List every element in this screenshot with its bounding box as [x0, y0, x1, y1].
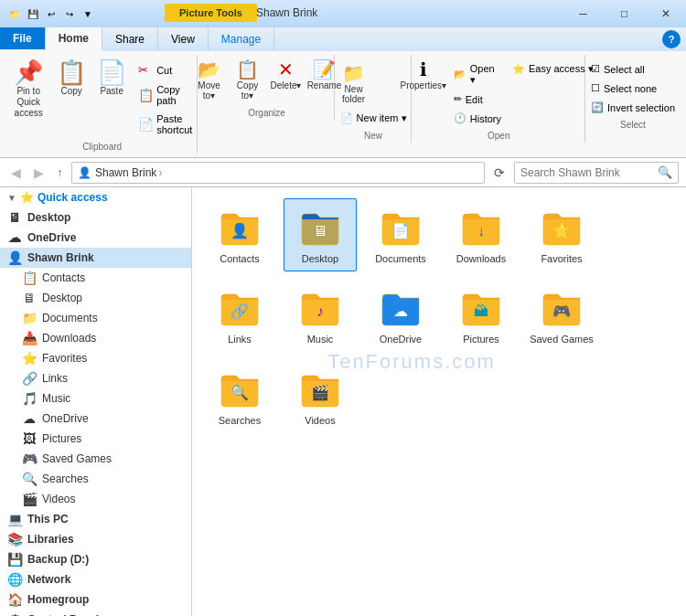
folder-icon-documents: 📄	[379, 205, 423, 249]
search-input[interactable]	[520, 166, 658, 179]
file-item-pictures[interactable]: 🏔 Pictures	[445, 279, 518, 352]
sidebar-item-libraries[interactable]: 📚Libraries	[0, 529, 191, 549]
tab-manage[interactable]: Manage	[209, 27, 274, 51]
edit-button[interactable]: ✏ Edit	[449, 90, 506, 108]
copy-path-label: Copy path	[156, 84, 192, 106]
file-label-searches: Searches	[219, 414, 261, 427]
tab-share[interactable]: Share	[102, 27, 158, 51]
sidebar-item-pictures[interactable]: 🖼Pictures	[0, 429, 191, 449]
undo-icon[interactable]: ↩	[44, 6, 59, 21]
back-button[interactable]: ◀	[7, 164, 25, 182]
sidebar-item-onedrive[interactable]: ☁OneDrive	[0, 228, 191, 248]
select-all-button[interactable]: ☑ Select all	[586, 60, 680, 78]
picture-tools-tab[interactable]: Picture Tools	[165, 4, 257, 22]
sidebar-item-savedgames[interactable]: 🎮Saved Games	[0, 449, 191, 469]
sidebar-item-music[interactable]: 🎵Music	[0, 388, 191, 409]
tab-file[interactable]: File	[0, 27, 46, 51]
sidebar-item-homegroup[interactable]: 🏠Homegroup	[0, 589, 191, 610]
sidebar-label-thispc: This PC	[27, 513, 69, 526]
copy-to-button[interactable]: 📋 Copyto▾	[230, 57, 266, 104]
tab-home[interactable]: Home	[46, 27, 102, 51]
help-button[interactable]: ?	[662, 30, 681, 48]
tab-view[interactable]: View	[158, 27, 209, 51]
cut-button[interactable]: ✂ Cut	[134, 60, 197, 80]
file-label-pictures: Pictures	[463, 333, 499, 345]
sidebar-item-controlpanel[interactable]: ⚙Control Panel	[0, 610, 191, 616]
maximize-button[interactable]: □	[604, 0, 645, 27]
select-none-button[interactable]: ☐ Select none	[586, 80, 680, 97]
invert-selection-button[interactable]: 🔄 Invert selection	[586, 99, 680, 116]
file-item-videos[interactable]: 🎬 Videos	[284, 360, 357, 433]
new-folder-button[interactable]: 📁 Newfolder	[336, 60, 372, 108]
sidebar-item-videos[interactable]: 🎬Videos	[0, 489, 191, 509]
file-item-favorites[interactable]: ⭐ Favorites	[525, 198, 598, 271]
select-all-label: Select all	[604, 64, 645, 75]
sidebar-icon-thispc: 💻	[7, 512, 22, 526]
sidebar-item-onedrive2[interactable]: ☁OneDrive	[0, 409, 191, 429]
path-arrow: ›	[158, 166, 162, 179]
sidebar-label-network: Network	[27, 573, 70, 586]
up-button[interactable]: ↑	[53, 165, 66, 181]
file-item-onedrive[interactable]: ☁ OneDrive	[364, 279, 437, 352]
file-item-desktop[interactable]: 🖥 Desktop	[284, 198, 357, 271]
sidebar-item-backup[interactable]: 💾Backup (D:)	[0, 549, 191, 569]
sidebar-item-downloads[interactable]: 📥Downloads	[0, 328, 191, 348]
sidebar-item-searches[interactable]: 🔍Searches	[0, 469, 191, 489]
file-item-searches[interactable]: 🔍 Searches	[203, 360, 276, 433]
file-item-documents[interactable]: 📄 Documents	[364, 198, 437, 271]
history-button[interactable]: 🕐 History	[449, 110, 506, 127]
paste-button[interactable]: 📄 Paste	[93, 57, 130, 100]
sidebar-item-desktop[interactable]: 🖥Desktop	[0, 207, 191, 228]
copy-button[interactable]: 📋 Copy	[53, 57, 90, 100]
customize-icon[interactable]: ▼	[80, 6, 95, 21]
redo-icon[interactable]: ↪	[62, 6, 77, 21]
select-group: ☑ Select all ☐ Select none 🔄 Invert sele…	[587, 55, 679, 132]
paste-shortcut-button[interactable]: 📄 Paste shortcut	[134, 111, 197, 138]
move-to-icon: 📂	[198, 60, 220, 79]
file-item-links[interactable]: 🔗 Links	[203, 279, 276, 352]
sidebar-item-links[interactable]: 🔗Links	[0, 368, 191, 388]
move-to-button[interactable]: 📂 Moveto▾	[191, 57, 228, 104]
sidebar-item-contacts[interactable]: 📋Contacts	[0, 268, 191, 288]
save-icon[interactable]: 💾	[26, 6, 40, 21]
close-button[interactable]: ✕	[645, 0, 686, 27]
sidebar-icon-documents: 📁	[22, 311, 37, 325]
quick-access-arrow: ▼	[7, 193, 16, 203]
address-path[interactable]: 👤 Shawn Brink ›	[71, 162, 485, 184]
open-button[interactable]: 📂 Open ▾	[449, 60, 506, 89]
sidebar-item-documents[interactable]: 📁Documents	[0, 308, 191, 328]
copy-path-button[interactable]: 📋 Copy path	[134, 81, 197, 109]
minimize-button[interactable]: ─	[563, 0, 604, 27]
folder-icon-contacts: 👤	[218, 205, 262, 249]
file-item-music[interactable]: ♪ Music	[284, 279, 357, 352]
copy-label: Copy	[60, 86, 81, 96]
folder-icon-links: 🔗	[218, 285, 262, 329]
easy-access-button[interactable]: ⭐ Easy access ▾	[508, 60, 598, 78]
forward-button[interactable]: ▶	[30, 164, 48, 182]
svg-text:♪: ♪	[316, 303, 324, 319]
main-container: TenForums.com ▼ ⭐ Quick access 🖥Desktop☁…	[0, 187, 686, 616]
window-controls: ─ □ ✕	[563, 0, 686, 27]
open-group-content: ℹ Properties▾ 📂 Open ▾ ✏ Edit 🕐 History	[400, 57, 598, 127]
file-item-downloads[interactable]: ↓ Downloads	[445, 198, 518, 271]
ribbon-tabs: File Home Share View Manage ?	[0, 27, 686, 51]
pin-quick-access-button[interactable]: 📌 Pin to Quickaccess	[7, 57, 49, 122]
sidebar-item-desktop2[interactable]: 🖥Desktop	[0, 288, 191, 308]
refresh-button[interactable]: ⟳	[490, 164, 509, 182]
sidebar-item-thispc[interactable]: 💻This PC	[0, 509, 191, 529]
file-item-contacts[interactable]: 👤 Contacts	[203, 198, 276, 271]
file-item-savedgames[interactable]: 🎮 Saved Games	[525, 279, 598, 352]
properties-button[interactable]: ℹ Properties▾	[400, 57, 447, 94]
delete-button[interactable]: ✕ Delete▾	[268, 57, 305, 94]
sidebar-item-shawnbrink[interactable]: 👤Shawn Brink	[0, 248, 191, 268]
new-folder-icon: 📁	[342, 64, 365, 82]
sidebar-item-network[interactable]: 🌐Network	[0, 569, 191, 589]
copy-path-icon: 📋	[138, 88, 153, 102]
quick-access[interactable]: ▼ ⭐ Quick access	[0, 187, 191, 207]
copy-icon: 📋	[57, 60, 86, 84]
sidebar-label-music: Music	[42, 392, 70, 405]
file-label-contacts: Contacts	[220, 252, 259, 265]
search-box[interactable]: 🔍	[514, 162, 679, 184]
sidebar-icon-onedrive: ☁	[7, 230, 22, 245]
sidebar-item-favorites[interactable]: ⭐Favorites	[0, 348, 191, 368]
